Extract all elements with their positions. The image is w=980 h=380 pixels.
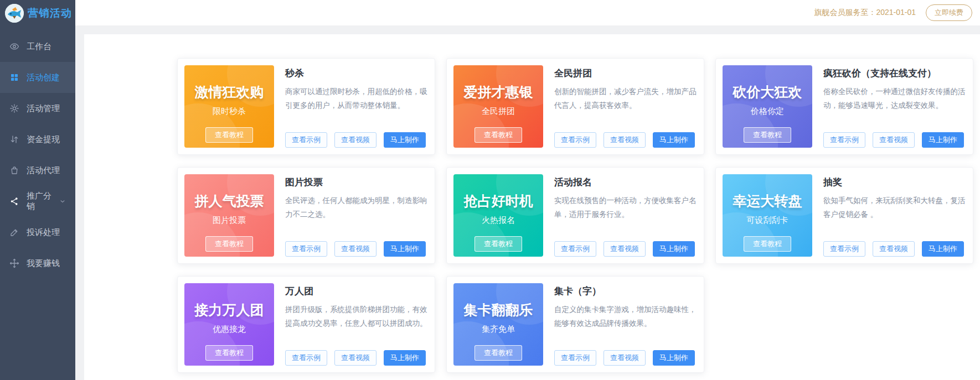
banner-title: 砍价大狂欢 — [733, 83, 802, 101]
activity-description: 自定义的集卡集字游戏，增加活动趣味性，能够有效达成品牌传播效果。 — [554, 303, 697, 330]
share-icon — [9, 196, 19, 206]
view-example-button[interactable]: 查看示例 — [285, 241, 327, 257]
sidebar-item-label: 活动代理 — [27, 165, 60, 176]
view-tutorial-button[interactable]: 查看教程 — [474, 236, 522, 252]
sidebar-item-transfer[interactable]: 资金提现 — [0, 124, 75, 155]
activity-title: 全民拼团 — [554, 67, 697, 80]
activity-card: 幸运大转盘 可设刮刮卡 查看教程 抽奖 欲知手气如何，来玩刮刮奖和大转盘，复活客… — [715, 167, 973, 264]
activity-card: 砍价大狂欢 价格你定 查看教程 疯狂砍价（支持在线支付） 俗称全民砍价，一种通过… — [715, 58, 973, 155]
create-now-button[interactable]: 马上制作 — [384, 350, 426, 366]
card-body: 抽奖 欲知手气如何，来玩刮刮奖和大转盘，复活客户促销必备 。 查看示例 查看视频… — [823, 174, 966, 257]
sidebar-item-eye[interactable]: 工作台 — [0, 31, 75, 62]
banner-subtitle: 全民拼团 — [482, 106, 515, 117]
activity-banner: 抢占好时机 火热报名 查看教程 — [453, 174, 543, 257]
sidebar-item-grid[interactable]: 活动创建 — [0, 62, 75, 93]
sidebar-item-label: 推广分销 — [27, 191, 52, 212]
view-tutorial-button[interactable]: 查看教程 — [474, 127, 522, 143]
view-video-button[interactable]: 查看视频 — [604, 350, 646, 366]
view-example-button[interactable]: 查看示例 — [285, 132, 327, 148]
view-example-button[interactable]: 查看示例 — [285, 350, 327, 366]
view-example-button[interactable]: 查看示例 — [823, 132, 865, 148]
activity-description: 实现在线预售的一种活动，方便收集客户名单，适用于服务行业。 — [554, 194, 697, 221]
sidebar-menu: 工作台 活动创建 活动管理 资金提现 活动代理 推广分销 — [0, 31, 75, 279]
view-example-button[interactable]: 查看示例 — [554, 241, 596, 257]
activity-banner: 集卡翻翻乐 集齐免单 查看教程 — [453, 283, 543, 366]
sidebar-item-label: 资金提现 — [27, 134, 60, 145]
create-now-button[interactable]: 马上制作 — [653, 132, 695, 148]
activity-title: 疯狂砍价（支持在线支付） — [823, 67, 966, 80]
activity-title: 秒杀 — [285, 67, 428, 80]
activity-card: 激情狂欢购 限时秒杀 查看教程 秒杀 商家可以通过限时秒杀，用超低的价格，吸引更… — [177, 58, 435, 155]
content-background: 激情狂欢购 限时秒杀 查看教程 秒杀 商家可以通过限时秒杀，用超低的价格，吸引更… — [75, 25, 980, 380]
activity-card: 集卡翻翻乐 集齐免单 查看教程 集卡（字） 自定义的集卡集字游戏，增加活动趣味性… — [446, 276, 704, 373]
card-actions: 查看示例 查看视频 马上制作 — [285, 132, 428, 148]
view-tutorial-button[interactable]: 查看教程 — [744, 236, 791, 252]
activity-title: 活动报名 — [554, 176, 697, 189]
card-body: 万人团 拼团升级版，系统提供阶梯拼团功能，有效提高成功交易率，任意人都可以拼团成… — [285, 283, 428, 366]
eye-icon — [9, 41, 19, 51]
view-tutorial-button[interactable]: 查看教程 — [474, 345, 522, 361]
sidebar: 营销活动 工作台 活动创建 活动管理 资金提现 活动代理 — [0, 0, 75, 380]
grid-icon — [9, 72, 19, 82]
renew-button[interactable]: 立即续费 — [926, 4, 972, 21]
view-example-button[interactable]: 查看示例 — [823, 241, 865, 257]
view-tutorial-button[interactable]: 查看教程 — [205, 127, 253, 143]
activity-title: 集卡（字） — [554, 285, 697, 298]
view-video-button[interactable]: 查看视频 — [873, 241, 915, 257]
create-now-button[interactable]: 马上制作 — [384, 241, 426, 257]
create-now-button[interactable]: 马上制作 — [653, 241, 695, 257]
view-tutorial-button[interactable]: 查看教程 — [205, 236, 253, 252]
membership-expiry-text: 旗舰会员服务至：2021-01-01 — [814, 8, 916, 18]
banner-title: 集卡翻翻乐 — [464, 301, 533, 319]
card-body: 秒杀 商家可以通过限时秒杀，用超低的价格，吸引更多的用户，从而带动整体销量。 查… — [285, 65, 428, 148]
main-area: 旗舰会员服务至：2021-01-01 立即续费 激情狂欢购 限时秒杀 查看教程 … — [75, 0, 980, 380]
card-body: 图片投票 全民评选，任何人都能成为明星，制造影响力不二之选。 查看示例 查看视频… — [285, 174, 428, 257]
banner-title: 激情狂欢购 — [195, 83, 264, 101]
create-now-button[interactable]: 马上制作 — [922, 241, 964, 257]
view-video-button[interactable]: 查看视频 — [334, 132, 376, 148]
banner-subtitle: 图片投票 — [213, 215, 246, 226]
view-example-button[interactable]: 查看示例 — [554, 132, 596, 148]
sidebar-item-label: 活动创建 — [27, 72, 60, 83]
app-title: 营销活动 — [28, 6, 72, 20]
card-actions: 查看示例 查看视频 马上制作 — [823, 132, 966, 148]
sidebar-item-move[interactable]: 我要赚钱 — [0, 248, 75, 279]
activity-banner: 爱拼才惠银 全民拼团 查看教程 — [453, 65, 543, 148]
card-actions: 查看示例 查看视频 马上制作 — [823, 241, 966, 257]
view-tutorial-button[interactable]: 查看教程 — [744, 127, 791, 143]
sidebar-item-pen[interactable]: 投诉处理 — [0, 217, 75, 248]
chevron-down-icon — [59, 198, 66, 205]
view-tutorial-button[interactable]: 查看教程 — [205, 345, 253, 361]
sidebar-item-label: 我要赚钱 — [27, 258, 60, 269]
banner-subtitle: 集齐免单 — [482, 324, 515, 335]
card-actions: 查看示例 查看视频 马上制作 — [554, 132, 697, 148]
view-video-button[interactable]: 查看视频 — [334, 241, 376, 257]
view-video-button[interactable]: 查看视频 — [873, 132, 915, 148]
banner-title: 抢占好时机 — [464, 192, 533, 210]
fish-logo-icon — [5, 4, 24, 23]
activity-banner: 砍价大狂欢 价格你定 查看教程 — [723, 65, 812, 148]
activity-title: 抽奖 — [823, 176, 966, 189]
activity-card: 抢占好时机 火热报名 查看教程 活动报名 实现在线预售的一种活动，方便收集客户名… — [446, 167, 704, 264]
sidebar-item-bag[interactable]: 活动代理 — [0, 155, 75, 186]
banner-subtitle: 火热报名 — [482, 215, 515, 226]
card-actions: 查看示例 查看视频 马上制作 — [285, 241, 428, 257]
view-video-button[interactable]: 查看视频 — [604, 132, 646, 148]
view-video-button[interactable]: 查看视频 — [334, 350, 376, 366]
card-actions: 查看示例 查看视频 马上制作 — [554, 350, 697, 366]
card-actions: 查看示例 查看视频 马上制作 — [554, 241, 697, 257]
banner-subtitle: 可设刮刮卡 — [747, 215, 788, 226]
activity-card: 爱拼才惠银 全民拼团 查看教程 全民拼团 创新的智能拼团，减少客户流失，增加产品… — [446, 58, 704, 155]
sidebar-item-gear[interactable]: 活动管理 — [0, 93, 75, 124]
view-example-button[interactable]: 查看示例 — [554, 350, 596, 366]
view-video-button[interactable]: 查看视频 — [604, 241, 646, 257]
activity-card-grid: 激情狂欢购 限时秒杀 查看教程 秒杀 商家可以通过限时秒杀，用超低的价格，吸引更… — [177, 58, 980, 373]
gear-icon — [9, 103, 19, 113]
create-now-button[interactable]: 马上制作 — [384, 132, 426, 148]
banner-title: 接力万人团 — [195, 301, 264, 319]
create-now-button[interactable]: 马上制作 — [653, 350, 695, 366]
sidebar-item-share[interactable]: 推广分销 — [0, 186, 75, 217]
activity-description: 创新的智能拼团，减少客户流失，增加产品代言人，提高获客效率。 — [554, 85, 697, 112]
create-now-button[interactable]: 马上制作 — [922, 132, 964, 148]
banner-title: 幸运大转盘 — [733, 192, 802, 210]
